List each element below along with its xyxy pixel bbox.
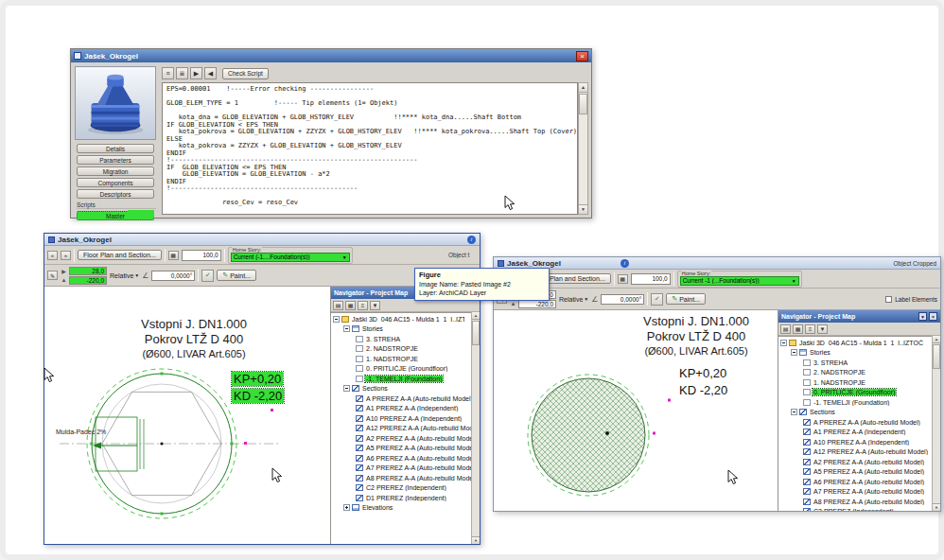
collapse-icon[interactable] [791, 409, 797, 415]
section-item[interactable]: A10 PREREZ A-A (Independent) [778, 437, 932, 447]
scrollbar-thumb[interactable] [472, 321, 480, 345]
angle-input[interactable]: 0,0000° [601, 294, 644, 305]
sidebar-button[interactable]: Parameters [77, 155, 154, 165]
zoom-grid-icon[interactable]: ▦ [168, 251, 179, 260]
info-icon[interactable]: i [467, 236, 476, 244]
check-script-button[interactable]: Check Script [222, 68, 269, 79]
collapse-icon[interactable] [343, 325, 350, 332]
layout-book-icon[interactable]: ≡ [805, 324, 815, 334]
section-item[interactable]: A12 PREREZ A-A (Auto-rebuild Model) [778, 447, 932, 458]
tree-branch-stories[interactable]: Stories [331, 324, 471, 335]
line-list-icon[interactable]: ≡ [162, 67, 174, 79]
layout-book-icon[interactable]: ≡ [358, 301, 368, 310]
pencil-tool-icon[interactable]: ✎ [47, 271, 58, 280]
scrollbar-thumb[interactable] [579, 94, 587, 114]
info-icon[interactable]: i [621, 259, 629, 268]
confirm-button[interactable]: ✓ [651, 293, 663, 306]
section-item[interactable]: A PREREZ A-A (Auto-rebuild Model) [778, 417, 932, 428]
section-item[interactable]: A6 PREREZ A-A (Auto-rebuild Model) [778, 477, 932, 487]
section-item[interactable]: A6 PREREZ A-A (Auto-rebuild Model) [331, 453, 471, 464]
story-item[interactable]: -1. TEMELJI (Foundation) [778, 397, 932, 408]
sidebar-button[interactable]: Components [77, 178, 154, 187]
sidebar-button[interactable]: Migration [77, 166, 154, 176]
scroll-up-icon[interactable]: ▲ [579, 83, 587, 93]
nav-next-button[interactable]: » [61, 251, 71, 260]
publisher-icon[interactable]: ▼ [817, 324, 828, 334]
scroll-down-icon[interactable]: ▼ [472, 536, 480, 544]
project-tree[interactable]: Jaški 3D_046 AC15 - Mulda 1_1_I..IZTOČ S… [778, 336, 932, 511]
tree-branch-elevations[interactable]: Elevations [331, 503, 471, 514]
scroll-down-icon[interactable]: ▼ [579, 204, 587, 214]
navigator-scrollbar[interactable]: ▲ ▼ [932, 336, 940, 511]
expand-icon[interactable] [343, 504, 350, 511]
story-item[interactable]: 2. NADSTROPJE [331, 344, 471, 355]
left-drawing-canvas[interactable]: Vstopni J. DN1.000 Pokrov LTŽ D 400 (Ø60… [44, 287, 330, 544]
project-map-icon[interactable]: ▤ [780, 324, 791, 334]
section-item[interactable]: C2 PREREZ (Independent) [331, 483, 471, 494]
home-story-dropdown[interactable]: Current (-1....Foundation(s)) ▼ [231, 253, 350, 262]
label-elements-checkbox[interactable] [885, 296, 892, 303]
object-3d-preview[interactable] [75, 66, 156, 140]
angle-input[interactable]: 0,0000° [151, 271, 195, 281]
section-item[interactable]: A12 PREREZ A-A (Auto-rebuild Model) [331, 424, 471, 434]
view-map-icon[interactable]: ▦ [345, 301, 356, 310]
navigator-close-icon[interactable]: × [929, 312, 937, 321]
back-step-icon[interactable]: ◀ [204, 67, 217, 79]
run-icon[interactable]: ▶ [190, 67, 202, 79]
publisher-icon[interactable]: ▼ [370, 301, 380, 310]
scroll-up-icon[interactable]: ▲ [472, 312, 480, 320]
home-story-dropdown[interactable]: Current -1 (...Foundation(s)) ▼ [680, 276, 799, 286]
section-item[interactable]: A2 PREREZ A-A (Auto-rebuild Model) [331, 433, 471, 444]
section-item[interactable]: D1 PREREZ (Independent) [331, 493, 471, 503]
coordinate-y-input[interactable]: -220,0 [69, 276, 107, 285]
story-item[interactable]: 3. STREHA [331, 334, 471, 344]
story-item[interactable]: 2. NADSTROPJE [778, 368, 932, 378]
tree-root-item[interactable]: Jaški 3D_046 AC15 - Mulda 1_1_I..IZTOČ [331, 314, 471, 324]
script-window-titlebar[interactable]: Jašek_Okrogel × [71, 49, 591, 62]
sidebar-button[interactable]: Descriptors [77, 189, 154, 199]
relative-dropdown[interactable]: Relative ▼ [110, 272, 139, 279]
relative-dropdown[interactable]: Relative ▼ [559, 296, 588, 303]
project-tree[interactable]: Jaški 3D_046 AC15 - Mulda 1_1_I..IZTOČ S… [331, 312, 471, 544]
section-item[interactable]: C2 PREREZ (Independent) [778, 507, 932, 512]
section-item[interactable]: A8 PREREZ A-A (Auto-rebuild Model) [331, 473, 471, 483]
section-item[interactable]: A PREREZ A-A (Auto-rebuild Model) [331, 394, 471, 404]
close-button[interactable]: × [576, 51, 588, 61]
code-scrollbar[interactable]: ▲ ▼ [578, 82, 588, 215]
story-item[interactable]: 0. PRITLIČJE (Groundfloor) [331, 364, 471, 375]
zoom-grid-icon[interactable]: ▦ [618, 274, 628, 284]
line-numbers-icon[interactable]: ≣ [176, 67, 188, 79]
nav-prev-button[interactable]: « [47, 251, 58, 260]
collapse-icon[interactable] [791, 349, 797, 356]
coordinate-x-input[interactable]: 28,0 [69, 267, 107, 275]
section-item[interactable]: A5 PREREZ A-A (Auto-rebuild Model) [778, 467, 932, 478]
confirm-button[interactable]: ✓ [201, 270, 214, 282]
paint-button[interactable]: ✎ Paint... [217, 270, 256, 281]
floor-plan-section-button[interactable]: Floor Plan and Section... [78, 250, 162, 260]
gdl-code-area[interactable]: EPS=0.00001 !-----Error checking -------… [162, 82, 578, 215]
scroll-up-icon[interactable]: ▲ [933, 336, 940, 343]
scrollbar-thumb[interactable] [933, 344, 940, 369]
collapse-icon[interactable] [780, 340, 787, 346]
section-item[interactable]: A5 PREREZ A-A (Auto-rebuild Model) [331, 444, 471, 454]
tree-root-item[interactable]: Jaški 3D_046 AC15 - Mulda 1_1_I..IZTOČ [778, 338, 932, 348]
section-item[interactable]: A1 PREREZ A-A (Independent) [331, 404, 471, 414]
zoom-input[interactable]: 100,0 [631, 273, 671, 285]
navigator-titlebar[interactable]: Navigator - Project Map ▼ × [778, 310, 940, 323]
section-item[interactable]: A8 PREREZ A-A (Auto-rebuild Model) [778, 497, 932, 507]
tree-branch-stories[interactable]: Stories [778, 348, 932, 359]
zoom-input[interactable]: 100,0 [182, 250, 221, 261]
scroll-down-icon[interactable]: ▼ [933, 503, 940, 511]
tree-branch-sections[interactable]: Sections [331, 384, 471, 394]
section-item[interactable]: A10 PREREZ A-A (Independent) [331, 413, 471, 424]
navigator-menu-icon[interactable]: ▼ [918, 312, 927, 321]
story-item[interactable]: 0. PRITLIČJE (Groundfloor) [778, 388, 932, 398]
sidebar-button[interactable]: Details [77, 144, 154, 153]
story-item[interactable]: -1. TEMELJI (Foundation) [331, 374, 471, 384]
navigator-scrollbar[interactable]: ▲ ▼ [471, 312, 480, 544]
story-item[interactable]: 1. NADSTROPJE [331, 354, 471, 364]
section-item[interactable]: A1 PREREZ A-A (Independent) [778, 428, 932, 438]
collapse-icon[interactable] [343, 385, 350, 392]
section-item[interactable]: A7 PREREZ A-A (Auto-rebuild Model) [778, 487, 932, 498]
tree-branch-sections[interactable]: Sections [778, 408, 932, 418]
